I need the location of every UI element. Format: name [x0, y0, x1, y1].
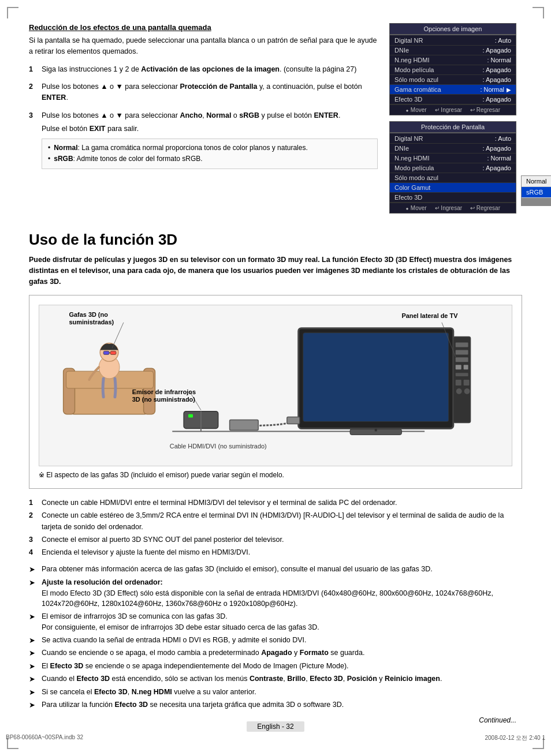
submenu-popup: Normal sRGB ▶ [521, 175, 551, 206]
step2-3: 3 Conecte el emisor al puerto 3D SYNC OU… [29, 534, 522, 545]
svg-rect-25 [456, 350, 468, 355]
menu2-row-modo-pelicula: Modo película : Apagado [390, 163, 516, 173]
diagram-note: ※ El aspecto de las gafas 3D (incluido e… [39, 471, 512, 479]
menu2-title: Protección de Pantalla [390, 122, 516, 133]
svg-rect-27 [456, 365, 461, 370]
arrow-item-1: ➤ Para obtener más información acerca de… [29, 564, 522, 575]
page-footer: English - 32 BP68-00660A~00SPA.indb 32 2… [0, 721, 551, 744]
step1: 1 Siga las instrucciones 1 y 2 de Activa… [29, 64, 378, 75]
menu2-footer: ⬥ Mover ↵ Ingresar ↩ Regresar [390, 203, 516, 213]
menu1-row-nneg: N.neg HDMI : Normal [390, 55, 516, 65]
svg-rect-7 [110, 351, 116, 355]
step2-1: 1 Conecte un cable HDMI/DVI entre el ter… [29, 497, 522, 508]
diagram-box: Gafas 3D (no suministradas) Emisor de in… [29, 295, 522, 489]
arrow-item-8: ➤ Si se cancela el Efecto 3D, N.neg HDMI… [29, 687, 522, 698]
submenu-normal: Normal [522, 176, 551, 187]
svg-text:3D (no suministrado): 3D (no suministrado) [132, 396, 195, 403]
corner-mark-tl [7, 7, 18, 18]
menu2-container: Protección de Pantalla Digital NR : Auto… [389, 121, 522, 214]
menu-opciones-imagen: Opciones de imagen Digital NR : Auto DNI… [389, 23, 516, 115]
menu1-row-gama: Gama cromática : Normal ▶ [390, 85, 516, 95]
menu2-row-dnie: DNIe : Apagado [390, 144, 516, 154]
step2: 2 Pulse los botones ▲ o ▼ para seleccion… [29, 81, 378, 103]
svg-point-33 [464, 388, 470, 394]
step2-4: 4 Encienda el televisor y ajuste la fuen… [29, 547, 522, 558]
svg-rect-20 [303, 333, 449, 422]
bullet-normal: Normal: La gama cromática normal proporc… [48, 143, 371, 154]
menu2-row-efecto3d: Efecto 3D [390, 193, 516, 203]
svg-rect-6 [103, 351, 109, 355]
step2-text: Pulse los botones ▲ o ▼ para seleccionar… [42, 81, 378, 103]
step3: 3 Pulse los botones ▲ o ▼ para seleccion… [29, 110, 378, 169]
svg-text:suministradas): suministradas) [69, 319, 114, 325]
menu-proteccion-pantalla: Protección de Pantalla Digital NR : Auto… [389, 121, 516, 214]
svg-rect-37 [287, 417, 300, 424]
step3-num: 3 [29, 110, 37, 169]
arrow-item-6: ➤ El Efecto 3D se enciende o se apaga in… [29, 661, 522, 672]
svg-rect-14 [188, 414, 193, 418]
svg-rect-26 [456, 358, 468, 362]
menu1-title: Opciones de imagen [390, 24, 516, 35]
svg-point-32 [456, 388, 462, 394]
menu1-footer: ⬥ Mover ↵ Ingresar ↩ Regresar [390, 104, 516, 115]
step2-num: 2 [29, 81, 37, 103]
menu2-row-color-gamut: Color Gamut [390, 183, 516, 193]
step2-2: 2 Conecte un cable estéreo de 3,5mm/2 RC… [29, 510, 522, 533]
section1-title: Reducción de los efectos de una pantalla… [29, 23, 378, 32]
footer-date-info: 2008-02-12 오전 2:40 1 [485, 734, 545, 742]
arrow-item-9: ➤ Para utilizar la función Efecto 3D se … [29, 699, 522, 711]
arrow-item-4: ➤ Se activa cuando la señal de entrada H… [29, 635, 522, 646]
menu1-row-digital-nr: Digital NR : Auto [390, 36, 516, 46]
menu1-arrow: ▶ [507, 87, 511, 93]
svg-text:Cable HDMI/DVI (no suministrad: Cable HDMI/DVI (no suministrado) [170, 443, 267, 450]
svg-text:Panel lateral de TV: Panel lateral de TV [401, 312, 458, 319]
bullet-srgb: sRGB: Admite tonos de color del formato … [48, 154, 371, 164]
svg-rect-24 [456, 343, 468, 347]
svg-text:Gafas 3D (no: Gafas 3D (no [69, 311, 109, 318]
footer-bottom-row: BP68-00660A~00SPA.indb 32 2008-02-12 오전 … [0, 732, 551, 744]
section2-intro: Puede disfrutar de películas y juegos 3D… [29, 255, 522, 287]
menu1-row-solo-azul: Sólo modo azul : Apagado [390, 75, 516, 85]
svg-text:Emisor de infrarrojos: Emisor de infrarrojos [132, 388, 196, 395]
step3-text: Pulse los botones ▲ o ▼ para seleccionar… [42, 110, 378, 169]
menu2-row-solo-azul: Sólo modo azul [390, 173, 516, 183]
svg-rect-23 [453, 337, 471, 423]
arrow-item-7: ➤ Cuando el Efecto 3D está encendido, só… [29, 673, 522, 685]
svg-rect-29 [456, 373, 468, 376]
svg-rect-31 [464, 380, 470, 386]
svg-rect-36 [230, 420, 259, 431]
arrows-list: ➤ Para obtener más información acerca de… [29, 564, 522, 710]
steps2-list: 1 Conecte un cable HDMI/DVI entre el ter… [29, 497, 522, 558]
step1-num: 1 [29, 64, 37, 75]
step3-bullets: Normal: La gama cromática normal proporc… [42, 139, 378, 169]
menu1-row-dnie: DNIe : Apagado [390, 46, 516, 55]
menu1-row-efecto3d: Efecto 3D : Apagado [390, 95, 516, 104]
corner-mark-tr [533, 7, 544, 18]
arrow-item-3: ➤ El emisor de infrarrojos 3D se comunic… [29, 611, 522, 633]
svg-line-9 [112, 323, 124, 349]
svg-rect-30 [456, 380, 461, 386]
section2-heading: Uso de la función 3D [29, 231, 522, 249]
section1-intro: Si la pantalla se ha quemado, puede sele… [29, 35, 378, 57]
menu2-row-digital-nr: Digital NR : Auto [390, 134, 516, 144]
diagram-svg: Gafas 3D (no suministradas) Emisor de in… [39, 305, 512, 466]
arrow-item-5: ➤ Cuando se enciende o se apaga, el modo… [29, 648, 522, 659]
svg-rect-28 [464, 365, 468, 370]
arrow-item-2: ➤ Ajuste la resolución del ordenador: El… [29, 577, 522, 609]
submenu-srgb: sRGB [522, 187, 551, 198]
step1-text: Siga las instrucciones 1 y 2 de Activaci… [42, 64, 378, 75]
menu2-row-nneg: N.neg HDMI : Normal [390, 154, 516, 163]
menu1-row-modo-pelicula: Modo película : Apagado [390, 65, 516, 75]
footer-file-info: BP68-00660A~00SPA.indb 32 [6, 734, 83, 742]
diagram-inner: Gafas 3D (no suministradas) Emisor de in… [39, 305, 512, 466]
footer-page-label: English - 32 [247, 721, 304, 732]
